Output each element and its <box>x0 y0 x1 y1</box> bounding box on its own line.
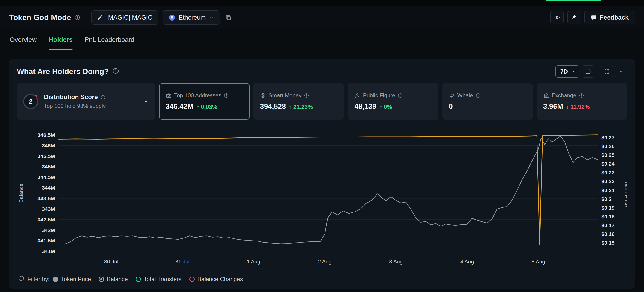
tab-overview[interactable]: Overview <box>10 29 37 50</box>
stat-card-value: 394,528 <box>260 102 286 111</box>
notification-dot <box>34 94 38 98</box>
chevron-down-icon <box>570 69 575 74</box>
filter-option-label: Balance <box>107 276 128 282</box>
stat-card-label: Top 100 Addresses <box>174 92 221 99</box>
info-icon[interactable] <box>74 14 80 20</box>
main-content: What Are Holders Doing? 7D <box>0 58 644 289</box>
pin-button[interactable] <box>568 11 581 24</box>
collapse-button[interactable] <box>615 66 627 78</box>
stat-card-label: Whale <box>458 92 473 99</box>
filter-by-label: Filter by: <box>28 276 50 282</box>
stat-card-value: 346.42M <box>166 102 194 111</box>
chevron-down-icon[interactable] <box>143 98 149 104</box>
camera-icon <box>166 92 172 98</box>
tab-bar: Overview Holders PnL Leaderboard <box>0 29 644 50</box>
stat-card-label: Public Figure <box>363 92 395 99</box>
chat-icon <box>591 14 597 20</box>
svg-text:$0.25: $0.25 <box>601 152 615 158</box>
svg-text:$0.24: $0.24 <box>601 161 615 167</box>
token-selector[interactable]: [MAGIC] MAGIC <box>91 10 158 25</box>
svg-text:345M: 345M <box>42 164 55 170</box>
whale-icon <box>449 92 455 98</box>
distribution-score-label: Distribution Score <box>44 94 98 101</box>
loading-bar <box>546 0 601 1</box>
token-selector-label: [MAGIC] MAGIC <box>106 14 152 21</box>
chart-canvas[interactable]: 341M341.5M342M342.5M343M343.5M344M344.5M… <box>17 126 627 273</box>
info-icon[interactable] <box>100 95 106 100</box>
chart-filter-row: Filter by: Token PriceBalanceTotal Trans… <box>17 276 627 283</box>
topbar: Token God Mode [MAGIC] MAGIC Ethereum <box>0 6 644 29</box>
filter-option-balance-changes[interactable]: Balance Changes <box>189 276 243 282</box>
filter-option-label: Balance Changes <box>198 276 243 282</box>
svg-text:345.5M: 345.5M <box>37 153 55 159</box>
watch-button[interactable] <box>550 11 564 24</box>
stat-card-change: ↑ 21.23% <box>289 104 313 110</box>
distribution-score-sublabel: Top 100 hold 98% supply <box>44 103 106 109</box>
filter-option-total-transfers[interactable]: Total Transfers <box>136 276 182 282</box>
info-icon[interactable] <box>224 93 229 98</box>
svg-text:346.5M: 346.5M <box>37 132 55 138</box>
stat-card-change: ↓ 11.92% <box>566 104 590 110</box>
svg-text:$0.26: $0.26 <box>601 143 614 149</box>
svg-text:3 Aug: 3 Aug <box>389 258 403 264</box>
stat-card-exchange[interactable]: Exchange 3.96M ↓ 11.92% <box>537 83 627 120</box>
radio-icon[interactable] <box>99 276 104 282</box>
svg-text:342.5M: 342.5M <box>37 216 55 222</box>
stat-card-value: 3.96M <box>543 102 563 111</box>
chevron-up-icon <box>618 68 624 74</box>
chain-selector[interactable]: Ethereum <box>163 10 220 25</box>
tab-holders[interactable]: Holders <box>49 29 73 50</box>
stat-card-change: ↑ 0.03% <box>196 104 217 110</box>
info-icon[interactable] <box>304 93 309 98</box>
top-strip <box>0 0 644 6</box>
holders-panel: What Are Holders Doing? 7D <box>9 58 635 289</box>
info-icon[interactable] <box>112 67 119 76</box>
calendar-button[interactable] <box>582 65 594 78</box>
tab-pnl-leaderboard[interactable]: PnL Leaderboard <box>85 29 134 50</box>
svg-text:30 Jul: 30 Jul <box>104 258 118 264</box>
info-icon[interactable] <box>476 93 481 98</box>
feedback-button[interactable]: Feedback <box>584 11 635 24</box>
pencil-icon <box>97 14 103 20</box>
svg-text:341.5M: 341.5M <box>37 238 55 244</box>
stat-card-label: Smart Money <box>268 92 302 99</box>
info-icon[interactable] <box>18 276 24 283</box>
svg-text:4 Aug: 4 Aug <box>460 258 474 264</box>
svg-text:341M: 341M <box>42 248 55 254</box>
stat-card-top-100-addresses[interactable]: Top 100 Addresses 346.42M ↑ 0.03% <box>159 83 250 120</box>
stat-card-value: 0 <box>449 102 453 111</box>
panel-header: What Are Holders Doing? 7D <box>17 65 627 78</box>
stat-card-whale[interactable]: Whale 0 <box>442 83 533 120</box>
timeframe-selector[interactable]: 7D <box>556 65 579 78</box>
svg-text:$0.27: $0.27 <box>601 134 614 140</box>
chain-selector-label: Ethereum <box>179 14 206 21</box>
svg-text:$0.22: $0.22 <box>601 178 614 184</box>
distribution-score-gauge: 2 <box>23 94 38 109</box>
svg-text:5 Aug: 5 Aug <box>532 258 545 264</box>
info-icon[interactable] <box>398 93 403 98</box>
person-icon <box>354 92 360 98</box>
stat-card-change: ↑ 0% <box>379 104 392 110</box>
feedback-label: Feedback <box>600 14 628 21</box>
distribution-score-value: 2 <box>29 98 32 105</box>
svg-text:342M: 342M <box>42 227 55 233</box>
svg-text:$0.15: $0.15 <box>601 240 615 246</box>
svg-text:31 Jul: 31 Jul <box>175 258 189 264</box>
svg-text:$0.18: $0.18 <box>601 214 615 220</box>
info-icon[interactable] <box>579 93 584 98</box>
holders-chart[interactable]: 341M341.5M342M342.5M343M343.5M344M344.5M… <box>17 126 627 273</box>
filter-option-token-price[interactable]: Token Price <box>53 276 91 282</box>
page-title: Token God Mode <box>9 13 71 22</box>
stat-card-smart-money[interactable]: Smart Money 394,528 ↑ 21.23% <box>254 83 344 120</box>
stat-card-label: Exchange <box>552 92 576 99</box>
distribution-score-card[interactable]: 2 Distribution Score Top 100 hold 98% su… <box>17 83 155 120</box>
radio-icon[interactable] <box>189 276 195 282</box>
radio-icon[interactable] <box>136 276 141 282</box>
copy-button[interactable] <box>225 14 232 21</box>
filter-option-label: Token Price <box>61 276 91 282</box>
svg-text:$0.17: $0.17 <box>601 222 614 228</box>
radio-icon[interactable] <box>53 276 58 282</box>
filter-option-balance[interactable]: Balance <box>99 276 128 282</box>
fullscreen-button[interactable] <box>601 66 613 78</box>
stat-card-public-figure[interactable]: Public Figure 48,139 ↑ 0% <box>348 83 438 120</box>
